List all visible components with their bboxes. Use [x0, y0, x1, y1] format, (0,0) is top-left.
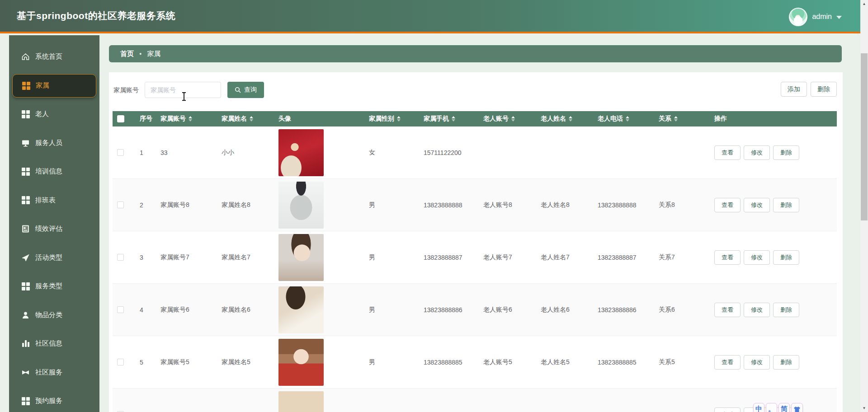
- cell-relation: 关系7: [654, 253, 710, 262]
- scrollbar-thumb[interactable]: [861, 53, 868, 220]
- column-header-elder-name[interactable]: 老人姓名: [536, 115, 593, 123]
- cell-elder-phone: 13823888887: [593, 254, 654, 261]
- sidebar-item-schedule[interactable]: 排班表: [9, 186, 99, 215]
- breadcrumb-home[interactable]: 首页: [120, 50, 134, 58]
- sort-icon[interactable]: [397, 116, 401, 122]
- breadcrumb-separator-icon: ●: [139, 52, 142, 56]
- table-row: 1 33 小小 女 15711122200 查看 修改 删除: [113, 126, 837, 179]
- grid-icon: [21, 397, 30, 405]
- sidebar-item-service-type[interactable]: 服务类型: [9, 272, 99, 301]
- sidebar-left-gutter: [0, 35, 9, 412]
- view-button[interactable]: 查看: [714, 250, 741, 265]
- row-checkbox[interactable]: [117, 306, 124, 313]
- sidebar-item-family[interactable]: 家属: [12, 74, 96, 98]
- sidebar-item-label: 系统首页: [35, 52, 62, 61]
- bar-chart-icon: [21, 339, 30, 348]
- view-button[interactable]: 查看: [714, 355, 741, 370]
- cell-gender: 男: [364, 306, 419, 314]
- edit-button[interactable]: 修改: [744, 145, 770, 160]
- edit-button[interactable]: 修改: [744, 303, 770, 317]
- query-button[interactable]: 查询: [227, 82, 264, 98]
- row-checkbox[interactable]: [117, 254, 124, 261]
- scroll-down-icon[interactable]: ▼: [860, 404, 868, 412]
- cell-relation: 关系5: [654, 358, 710, 366]
- cell-phone: 13823888886: [419, 306, 479, 314]
- cell-phone: 13823888887: [419, 254, 479, 261]
- sidebar-item-activity-type[interactable]: 活动类型: [9, 243, 99, 272]
- sort-icon[interactable]: [250, 116, 253, 122]
- row-delete-button[interactable]: 删除: [773, 198, 799, 212]
- view-button[interactable]: 查看: [714, 303, 741, 317]
- row-checkbox[interactable]: [117, 201, 124, 208]
- row-checkbox[interactable]: [117, 149, 124, 156]
- row-checkbox[interactable]: [117, 359, 124, 365]
- view-button[interactable]: 查看: [714, 198, 741, 212]
- sidebar-item-training-info[interactable]: 培训信息: [9, 157, 99, 186]
- cell-name: 小小: [217, 149, 274, 157]
- sidebar-item-label: 培训信息: [35, 167, 62, 176]
- edit-button[interactable]: 修改: [744, 355, 770, 370]
- column-header-account[interactable]: 家属账号: [156, 115, 217, 123]
- user-menu[interactable]: admin: [789, 0, 842, 33]
- column-header-name[interactable]: 家属姓名: [217, 115, 274, 123]
- cell-elder-account: 老人账号7: [479, 253, 536, 262]
- ime-simplified-button[interactable]: 简: [778, 403, 790, 412]
- ime-punctuation-button[interactable]: 。: [766, 403, 777, 412]
- sort-icon[interactable]: [511, 116, 515, 122]
- user-avatar[interactable]: [789, 8, 807, 26]
- ticket-icon: [21, 368, 30, 377]
- scroll-up-icon[interactable]: ▲: [860, 0, 868, 8]
- ime-language-bar: 中 。 简: [753, 403, 803, 412]
- column-header-gender[interactable]: 家属性别: [364, 115, 419, 123]
- ime-skin-button[interactable]: [791, 403, 803, 412]
- scrollbar[interactable]: ▲ ▼: [860, 0, 868, 412]
- column-header-relation[interactable]: 关系: [654, 115, 710, 123]
- row-delete-button[interactable]: 删除: [773, 303, 799, 317]
- home-icon: [21, 52, 30, 61]
- sort-icon[interactable]: [569, 116, 572, 122]
- column-header-avatar: 头像: [274, 115, 364, 123]
- sidebar-item-home[interactable]: 系统首页: [9, 42, 99, 71]
- sort-icon[interactable]: [452, 116, 455, 122]
- add-button[interactable]: 添加: [781, 82, 807, 97]
- cell-gender: 女: [364, 149, 419, 157]
- row-delete-button[interactable]: 删除: [773, 250, 799, 265]
- select-all-checkbox[interactable]: [117, 115, 124, 122]
- sidebar-item-elderly[interactable]: 老人: [9, 100, 99, 129]
- cell-phone: 15711122200: [419, 149, 479, 156]
- column-header-elder-phone[interactable]: 老人电话: [593, 115, 654, 123]
- sort-icon[interactable]: [189, 116, 192, 122]
- sidebar-item-performance[interactable]: 绩效评估: [9, 215, 99, 243]
- cell-seq: 3: [135, 254, 156, 261]
- sidebar-item-booking-service[interactable]: 预约服务: [9, 387, 99, 412]
- column-header-phone[interactable]: 家属手机: [419, 115, 479, 123]
- edit-button[interactable]: 修改: [744, 198, 770, 212]
- sort-icon[interactable]: [674, 116, 678, 122]
- main-content: 首页 ● 家属 家属账号 查询 添加 删除: [99, 35, 868, 412]
- cell-account: 家属账号6: [156, 306, 217, 314]
- edit-button[interactable]: 修改: [744, 250, 770, 265]
- table-row: 4 家属账号6 家属姓名6 男 13823888886 老人账号6 老人姓名6 …: [113, 284, 837, 336]
- view-button[interactable]: 查看: [714, 145, 741, 160]
- family-table: 序号 家属账号 家属姓名 头像 家属性别 家属手机 老人账号 老人姓名 老人电话…: [113, 111, 837, 412]
- table-header-row: 序号 家属账号 家属姓名 头像 家属性别 家属手机 老人账号 老人姓名 老人电话…: [113, 111, 837, 126]
- family-avatar-photo: [278, 234, 324, 281]
- row-delete-button[interactable]: 删除: [773, 355, 799, 370]
- sort-icon[interactable]: [626, 116, 629, 122]
- sidebar-item-community-service[interactable]: 社区服务: [9, 358, 99, 387]
- sidebar-item-service-staff[interactable]: 服务人员: [9, 129, 99, 158]
- sidebar-item-community-info[interactable]: 社区信息: [9, 329, 99, 358]
- view-button[interactable]: 查看: [714, 407, 741, 412]
- cell-seq: 4: [135, 306, 156, 314]
- cell-elder-account: 老人账号8: [479, 201, 536, 209]
- column-header-elder-account[interactable]: 老人账号: [479, 115, 536, 123]
- cell-phone: 13823888885: [419, 359, 479, 366]
- table-row: 3 家属账号7 家属姓名7 男 13823888887 老人账号7 老人姓名7 …: [113, 231, 837, 284]
- delete-button[interactable]: 删除: [811, 82, 837, 97]
- family-avatar-photo: [278, 129, 324, 176]
- ime-chinese-button[interactable]: 中: [753, 403, 764, 412]
- sidebar-item-item-category[interactable]: 物品分类: [9, 301, 99, 330]
- row-delete-button[interactable]: 删除: [773, 145, 799, 160]
- shirt-icon: [793, 406, 801, 412]
- cell-name: 家属姓名6: [217, 306, 274, 314]
